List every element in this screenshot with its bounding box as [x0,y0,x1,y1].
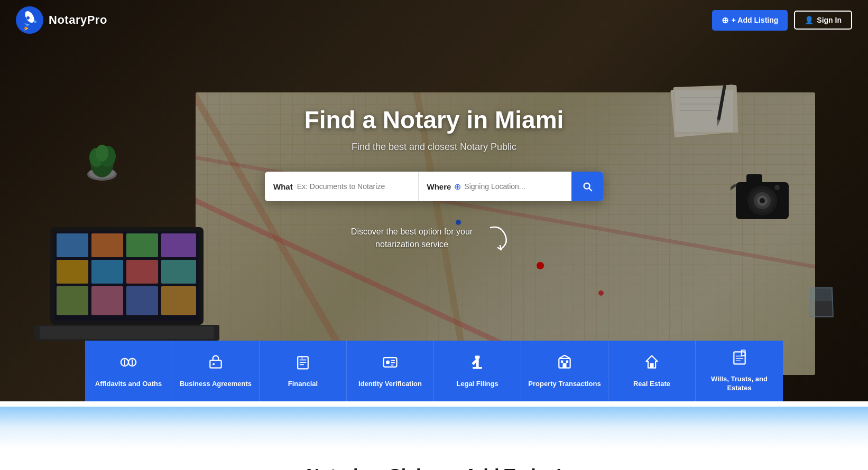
add-listing-label: + Add Listing [732,16,779,24]
where-input[interactable] [464,182,563,191]
category-label-legal: Legal Filings [456,380,498,389]
category-tile-business[interactable]: Business Agreements [172,341,260,401]
add-listing-button[interactable]: ⊕ + Add Listing [712,10,788,31]
category-icon-financial: $ [294,354,311,374]
category-tile-affidavits[interactable]: Affidavits and Oaths [85,341,172,401]
svg-rect-69 [561,360,563,362]
svg-rect-51 [210,360,221,368]
svg-rect-66 [473,367,482,369]
where-label: Where [427,182,451,191]
category-icon-realestate [643,354,660,374]
search-bar: What Where ⊕ [265,172,603,201]
category-tile-identity[interactable]: Identity Verification [347,341,434,401]
category-label-financial: Financial [288,380,318,389]
svg-rect-75 [650,363,653,368]
category-icon-affidavits [120,354,137,374]
search-what-section: What [265,172,419,201]
bottom-section: Notaries, Claim or Add Today! [0,401,868,470]
sign-in-button[interactable]: 👤 Sign In [794,11,852,30]
category-icon-property [556,354,573,374]
category-label-realestate: Real Estate [633,380,670,389]
hero-subtitle: Find the best and closest Notary Public [352,142,516,153]
svg-rect-70 [566,360,568,362]
logo-area[interactable]: NotaryPro [16,6,107,34]
logo-text: NotaryPro [49,13,107,27]
plus-icon: ⊕ [722,15,728,25]
svg-point-60 [386,360,390,364]
category-icon-wills [731,349,748,370]
what-label: What [273,182,293,191]
category-tile-wills[interactable]: Wills, Trusts, and Estates [696,341,783,401]
what-input[interactable] [297,182,410,191]
svg-point-4 [26,16,30,20]
svg-text:$: $ [301,355,303,359]
wave-bg [0,407,868,449]
bottom-cta: Notaries, Claim or Add Today! [0,449,868,470]
arrow-icon [485,222,517,254]
location-icon: ⊕ [454,182,461,192]
hero-content: Find a Notary in Miami Find the best and… [0,106,868,254]
nav-buttons: ⊕ + Add Listing 👤 Sign In [712,10,852,31]
hero-title: Find a Notary in Miami [304,106,564,134]
discover-text: Discover the best option for your notari… [351,225,473,251]
categories-strip: Affidavits and OathsBusiness Agreements$… [0,341,868,401]
category-tile-property[interactable]: Property Transactions [521,341,608,401]
category-tile-financial[interactable]: $Financial [260,341,347,401]
logo-icon [16,6,43,34]
navbar: NotaryPro ⊕ + Add Listing 👤 Sign In [0,0,868,40]
discover-section: Discover the best option for your notari… [351,222,517,254]
search-icon [581,181,593,192]
category-label-affidavits: Affidavits and Oaths [95,380,162,389]
search-button[interactable] [571,172,603,201]
category-label-wills: Wills, Trusts, and Estates [701,375,778,393]
category-label-property: Property Transactions [528,380,601,389]
category-label-business: Business Agreements [180,380,252,389]
sign-in-label: Sign In [817,16,842,24]
svg-rect-76 [734,352,745,364]
svg-rect-71 [562,363,566,368]
user-icon: 👤 [805,16,814,24]
category-tile-realestate[interactable]: Real Estate [608,341,696,401]
category-icon-identity [382,354,399,374]
category-icon-business [207,354,224,374]
category-icon-legal [469,354,486,374]
svg-rect-54 [298,356,308,369]
hero-section: Find a Notary in Miami Find the best and… [0,0,868,401]
category-label-identity: Identity Verification [358,380,422,389]
category-tile-legal[interactable]: Legal Filings [434,341,521,401]
search-where-section: Where ⊕ [419,172,572,201]
